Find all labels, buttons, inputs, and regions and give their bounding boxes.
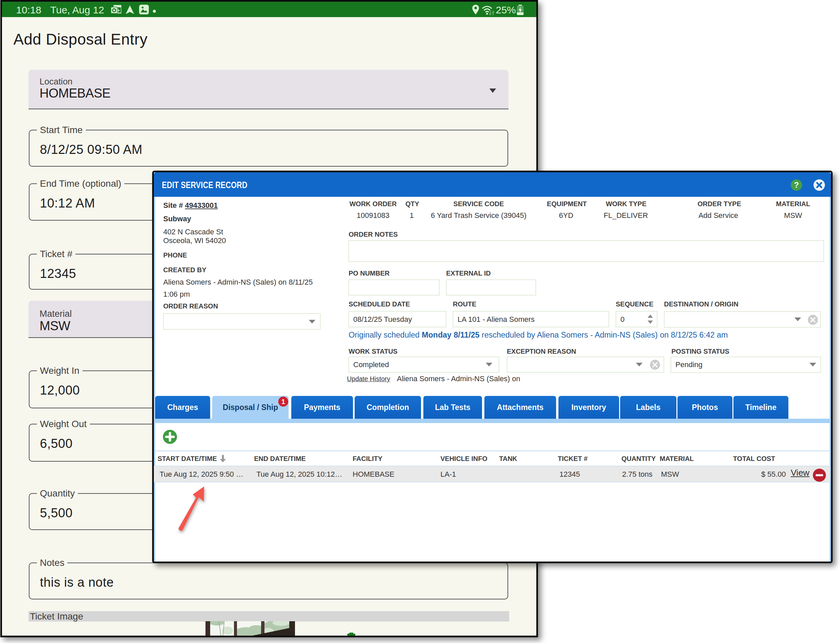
svg-text:?: ? <box>794 180 799 189</box>
svg-text:1: 1 <box>281 398 285 405</box>
